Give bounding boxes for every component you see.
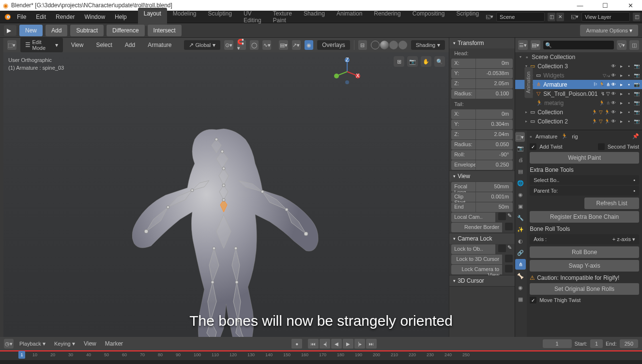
selectbo-dropdown[interactable]: Select Bo..•: [530, 175, 639, 185]
vp-menu-view[interactable]: View: [67, 40, 88, 50]
tab-modeling[interactable]: Modeling: [167, 8, 202, 26]
camera-icon[interactable]: ▪: [626, 63, 632, 70]
output-tab[interactable]: 🖨: [515, 154, 526, 165]
editor-type-icon[interactable]: ⬚▾: [7, 40, 16, 50]
vp-menu-armature[interactable]: Armature: [143, 40, 176, 50]
tail-radius-value[interactable]: 0.050: [475, 140, 513, 150]
navigation-gizmo[interactable]: Z X: [333, 57, 362, 86]
grid-icon[interactable]: ⊞: [394, 56, 404, 67]
scene-delete-button[interactable]: ✕: [556, 13, 564, 21]
viewlayer-browse-icon[interactable]: ◱▾: [571, 14, 579, 20]
jump-end-button[interactable]: ⏭: [366, 339, 377, 349]
render-icon[interactable]: 📷: [633, 63, 640, 70]
menu-render[interactable]: Render: [51, 12, 79, 22]
view-panel-header[interactable]: View: [449, 171, 515, 182]
proportional-icon[interactable]: ◯: [250, 40, 259, 50]
swapy-button[interactable]: Swap Y-axis: [530, 260, 639, 272]
physics-tab[interactable]: ◐: [515, 236, 526, 246]
overlays-toggle-icon[interactable]: ◉: [305, 40, 313, 50]
play-rev-button[interactable]: ◀: [331, 339, 342, 349]
playhead[interactable]: 1: [18, 351, 25, 359]
prop-type-icon[interactable]: ∿▾: [262, 40, 271, 50]
minimize-button[interactable]: —: [571, 2, 589, 9]
tail-z-value[interactable]: 2.04m: [475, 130, 513, 139]
play-tool-button[interactable]: ▶: [4, 25, 16, 36]
tree-collection-3[interactable]: ▾▭ Collection 3 👁▸▪📷: [515, 61, 642, 71]
transform-panel-header[interactable]: Transform: [449, 38, 515, 48]
breadcrumb-armature[interactable]: Armature: [535, 134, 557, 139]
viewlayer-tab[interactable]: ▤: [515, 166, 526, 177]
setorig-button[interactable]: Set Original Bone Rolls: [530, 283, 639, 295]
keying-menu[interactable]: Keying ▾: [51, 339, 78, 349]
parentto-dropdown[interactable]: Parent To:•: [530, 186, 639, 196]
filter-icon[interactable]: ▽▾: [617, 40, 627, 50]
maximize-button[interactable]: ☐: [596, 2, 614, 9]
texture-tab[interactable]: ▦: [515, 294, 526, 304]
material-tab[interactable]: ◉: [515, 282, 526, 293]
overlays-dropdown[interactable]: Overlays: [317, 40, 350, 50]
new-collection-icon[interactable]: ◫: [629, 40, 639, 50]
add-button[interactable]: Add: [46, 25, 67, 36]
cursor-icon[interactable]: ▸: [618, 63, 625, 70]
data-tab[interactable]: ⋔: [515, 259, 526, 270]
scene-new-button[interactable]: ◫: [548, 13, 555, 21]
shading-modes[interactable]: [371, 41, 407, 49]
tree-collection[interactable]: ▸▭ Collection🏃 ▽ 🏃 👁▸▪📷: [515, 107, 642, 117]
axis-dropdown[interactable]: Axis :+ z-axis ▾: [530, 234, 639, 244]
solid-shading-icon[interactable]: [380, 41, 389, 49]
autokey-button[interactable]: ●: [291, 339, 302, 349]
breadcrumb-rig[interactable]: rig: [572, 134, 578, 139]
3d-viewport[interactable]: User Orthographic (1) Armature : spine_0…: [3, 52, 449, 337]
register-button[interactable]: Register Extra Bone Chain: [530, 211, 639, 223]
viewlayer-field[interactable]: View Layer: [581, 12, 630, 22]
tab-sculpting[interactable]: Sculpting: [202, 8, 238, 26]
secondtwist-checkbox[interactable]: [598, 143, 605, 150]
menu-window[interactable]: Window: [80, 12, 109, 22]
eye-icon[interactable]: 👁: [610, 63, 617, 70]
tail-x-value[interactable]: 0m: [475, 109, 513, 119]
zoom-icon[interactable]: 🔍: [434, 56, 445, 67]
pivot-icon[interactable]: ⊙▾: [224, 40, 233, 50]
weightpaint-button[interactable]: Weight Paint: [530, 152, 639, 164]
addtwist-checkbox[interactable]: [530, 143, 536, 150]
render-tab[interactable]: 📷: [515, 143, 526, 153]
envelope-value[interactable]: 0.250: [475, 160, 513, 170]
subtract-button[interactable]: Subtract: [70, 25, 104, 36]
tab-uv[interactable]: UV Editing: [238, 8, 267, 26]
head-y-value[interactable]: -0.0538m: [475, 69, 513, 78]
particle-tab[interactable]: ✨: [515, 224, 526, 235]
timeline-view-menu[interactable]: View: [81, 339, 99, 349]
3dcursor-panel-header[interactable]: 3D Cursor: [449, 275, 515, 286]
locktoob-field[interactable]: [498, 244, 506, 252]
modifier-tab[interactable]: 🔧: [515, 212, 526, 223]
playback-menu[interactable]: Playback ▾: [16, 339, 48, 349]
end-frame[interactable]: 250: [620, 339, 638, 348]
keyframe-next-button[interactable]: |▸: [354, 339, 365, 349]
camera-icon[interactable]: 📷: [407, 56, 418, 67]
head-x-value[interactable]: 0m: [475, 59, 513, 68]
tab-rendering[interactable]: Rendering: [368, 8, 406, 26]
scene-name-field[interactable]: Scene: [496, 12, 545, 22]
gizmo-toggle-icon[interactable]: ↗▾: [292, 40, 301, 50]
lookdev-shading-icon[interactable]: [389, 41, 398, 49]
scene-browse-icon[interactable]: ◱▾: [486, 14, 493, 20]
head-z-value[interactable]: 2.05m: [475, 79, 513, 89]
blender-icon[interactable]: [4, 12, 12, 22]
xray-icon[interactable]: ⊟: [358, 40, 367, 50]
wireframe-shading-icon[interactable]: [371, 41, 380, 49]
head-radius-value[interactable]: 0.100: [475, 89, 513, 99]
timeline-ruler[interactable]: 1 10203040506070809010011012013014015016…: [0, 350, 642, 360]
clipstart-value[interactable]: 0.001m: [475, 192, 513, 202]
intersect-button[interactable]: Intersect: [148, 25, 182, 36]
bone-tab[interactable]: 🦴: [515, 271, 526, 281]
display-mode-icon[interactable]: ▤▾: [531, 40, 540, 50]
jump-start-button[interactable]: ⏮: [308, 339, 319, 349]
viewlayer-new-button[interactable]: ◫: [633, 13, 641, 21]
tree-collection-2[interactable]: ▸▭ Collection 2🏃 ▽ 🏃 👁▸▪📷: [515, 117, 642, 126]
tab-animation[interactable]: Animation: [331, 8, 368, 26]
prop-editor-type-icon[interactable]: ⬚▾: [515, 132, 525, 142]
tree-armature[interactable]: ▸⋔ Armature ⚐ 🏃 ⋔ 👁▸▪📷: [515, 80, 642, 89]
movethigh-checkbox[interactable]: [530, 297, 536, 303]
snap-icon[interactable]: 🧲▾: [237, 40, 246, 50]
clipend-value[interactable]: 50m: [475, 202, 513, 212]
